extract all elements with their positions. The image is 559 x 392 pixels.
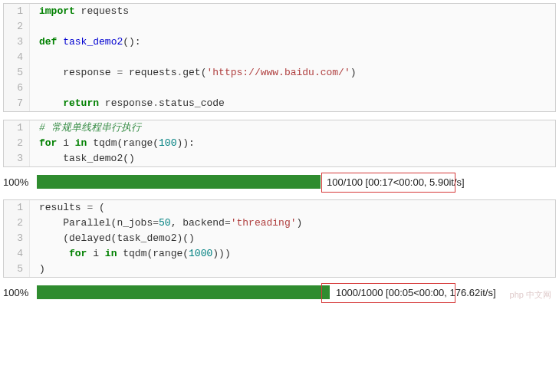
code-block-1: 1import requests2 3def task_demo2():4 5 … [3,3,556,112]
progress-fill-2 [37,285,330,299]
code-line: 5) [4,262,555,277]
code-line: 7 return response.status_code [4,96,555,111]
code-text: results = ( [30,200,555,216]
line-number: 1 [4,120,30,136]
code-text: (delayed(task_demo2)() [30,231,555,246]
code-line: 3 task_demo2() [4,151,555,166]
code-text: return response.status_code [30,96,555,111]
line-number: 5 [4,262,30,277]
code-text: task_demo2() [30,151,555,166]
code-line: 6 [4,81,555,96]
code-line: 2for i in tqdm(range(100)): [4,136,555,151]
code-line: 2 [4,19,555,35]
line-number: 4 [4,50,30,65]
line-number: 2 [4,216,30,231]
code-text: # 常规单线程串行执行 [30,120,555,136]
code-text: response = requests.get('https://www.bai… [30,65,555,81]
line-number: 3 [4,35,30,50]
code-text [30,19,555,35]
code-text: def task_demo2(): [30,35,555,50]
progress-pct-2: 100% [3,287,37,298]
code-block-3: 1results = (2 Parallel(n_jobs=50, backen… [3,199,556,278]
code-line: 1import requests [4,4,555,19]
code-line: 3def task_demo2(): [4,35,555,50]
progress-pct-1: 100% [3,176,37,188]
line-number: 2 [4,19,30,35]
progress-text-1: 100/100 [00:17<00:00, 5.90it/s] [327,176,465,188]
code-line: 1results = ( [4,200,555,216]
code-block-2: 1# 常规单线程串行执行2for i in tqdm(range(100)):3… [3,120,556,167]
code-text: for i in tqdm(range(100)): [30,136,555,151]
code-line: 4 [4,50,555,65]
progress-fill-1 [37,175,321,189]
code-line: 1# 常规单线程串行执行 [4,120,555,136]
code-text: import requests [30,4,555,19]
line-number: 5 [4,65,30,81]
progress-bar-2: 100% 1000/1000 [00:05<00:00, 176.62it/s]… [3,285,556,299]
line-number: 3 [4,231,30,246]
code-text [30,50,555,65]
code-line: 2 Parallel(n_jobs=50, backend='threading… [4,216,555,231]
progress-text-2: 1000/1000 [00:05<00:00, 176.62it/s] [336,287,496,298]
code-text: ) [30,262,555,277]
line-number: 3 [4,151,30,166]
line-number: 1 [4,200,30,216]
line-number: 2 [4,136,30,151]
line-number: 6 [4,81,30,96]
code-line: 4 for i in tqdm(range(1000))) [4,246,555,262]
code-line: 5 response = requests.get('https://www.b… [4,65,555,81]
line-number: 4 [4,246,30,262]
progress-bar-1: 100% 100/100 [00:17<00:00, 5.90it/s] [3,175,556,189]
code-text: for i in tqdm(range(1000))) [30,246,555,262]
line-number: 1 [4,4,30,19]
line-number: 7 [4,96,30,111]
watermark: php 中文网 [510,289,551,301]
code-text [30,81,555,96]
code-text: Parallel(n_jobs=50, backend='threading') [30,216,555,231]
code-line: 3 (delayed(task_demo2)() [4,231,555,246]
